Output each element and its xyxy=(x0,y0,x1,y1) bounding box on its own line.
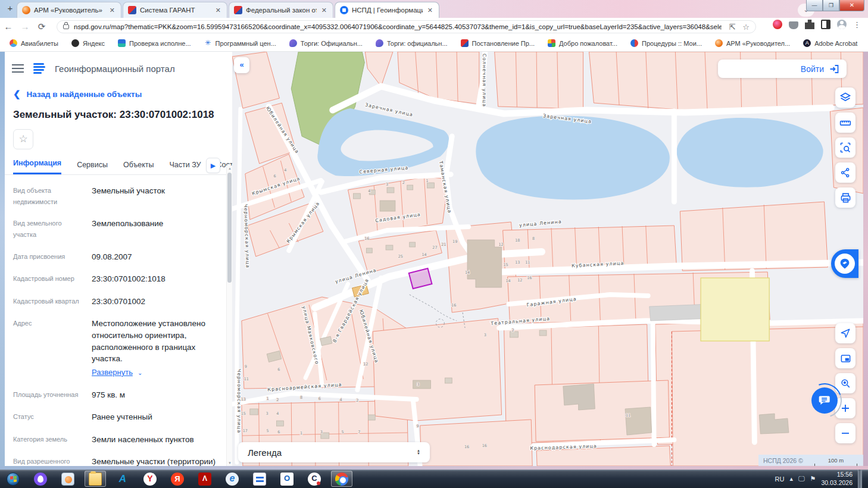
browser-tab-0[interactable]: АРМ «Руководитель»✕ xyxy=(17,2,121,18)
yandex-icon[interactable]: Я xyxy=(167,471,188,487)
bookmark-item-10[interactable]: AAdobe Acrobat xyxy=(803,39,857,47)
hamburger-menu-icon[interactable] xyxy=(12,64,24,73)
reload-icon[interactable]: ⟳ xyxy=(33,21,50,32)
tab-services[interactable]: Сервисы xyxy=(77,161,108,174)
padlock-icon[interactable] xyxy=(63,24,69,29)
explorer-icon[interactable] xyxy=(85,471,106,487)
measure-button[interactable] xyxy=(835,112,855,133)
panel-header: Геоинформационный портал xyxy=(5,52,232,76)
parcel-number: 5 xyxy=(266,428,268,433)
bookmark-item-4[interactable]: Торги: Официальн... xyxy=(289,39,363,47)
forward-icon[interactable]: → xyxy=(17,21,33,32)
tab-favicon xyxy=(234,6,242,14)
tray-chevron-icon[interactable]: ▴ xyxy=(789,475,793,483)
portal-logo xyxy=(32,61,46,76)
zoom-out-button[interactable] xyxy=(835,423,855,443)
tray-network-icon[interactable]: 🖵 xyxy=(798,475,805,483)
bookmark-item-6[interactable]: Постановление Пр... xyxy=(461,39,535,47)
panel-scrollbar[interactable]: ▲ ▼ xyxy=(226,165,232,466)
bookmark-star-icon[interactable]: ☆ xyxy=(742,23,750,32)
share-button[interactable] xyxy=(835,162,855,183)
parcel-number: 7 xyxy=(358,430,360,434)
bookmark-item-5[interactable]: Торги: официальн... xyxy=(376,39,448,47)
map-canvas[interactable]: Заречная улицаЗаречная улицаСолнечная ул… xyxy=(232,52,863,466)
browser-tab-1[interactable]: Система ГАРАНТ✕ xyxy=(123,2,227,18)
bookmark-item-8[interactable]: Процедуры :: Мои... xyxy=(630,39,702,47)
browser-tab-2[interactable]: Федеральный закон от 12 янва✕ xyxy=(229,2,333,18)
panel-tabs: ИнформацияСервисыОбъектыЧасти ЗУСостав▶ xyxy=(13,158,223,174)
bookmark-label: Торги: Официальн... xyxy=(301,40,363,47)
legend-collapse-icon[interactable]: ▲▼ xyxy=(417,449,420,455)
yandex-browser-icon[interactable]: Y xyxy=(139,471,161,487)
locate-button[interactable] xyxy=(835,323,855,343)
parcel-number: 9 xyxy=(417,424,419,428)
scale-label: 100 m xyxy=(814,457,857,464)
bookmark-item-1[interactable]: Яндекс xyxy=(71,39,105,47)
new-tab-button[interactable]: + xyxy=(2,1,18,15)
close-button[interactable]: ✕ xyxy=(839,0,864,11)
area-search-button[interactable] xyxy=(835,137,855,158)
yellow-parcel[interactable] xyxy=(701,278,769,341)
show-desktop-button[interactable] xyxy=(858,470,862,488)
tab-info[interactable]: Информация xyxy=(13,159,61,174)
outlook-icon[interactable]: O xyxy=(276,471,298,487)
parcel-number: 14 xyxy=(421,252,426,257)
login-button[interactable]: Войти xyxy=(718,60,847,78)
media-player-icon[interactable] xyxy=(57,471,79,487)
browser-tab-3[interactable]: НСПД | Геоинформационный п✕ xyxy=(335,2,439,18)
autocad-icon[interactable]: A xyxy=(112,471,133,487)
address-bar[interactable]: nspd.gov.ru/map?thematic=PKK&zoom=16.599… xyxy=(57,20,756,33)
tab-objects[interactable]: Объекты xyxy=(123,161,154,174)
extensions-puzzle-icon[interactable] xyxy=(805,20,814,29)
consultant-icon[interactable]: C xyxy=(304,471,325,487)
acrobat-icon[interactable]: Λ xyxy=(194,471,216,487)
start-button[interactable] xyxy=(2,471,24,487)
parcel-number: 4 xyxy=(368,189,370,193)
back-icon[interactable]: ← xyxy=(0,21,17,32)
chevron-down-icon: ⌄ xyxy=(138,369,142,378)
tab-close-icon[interactable]: ✕ xyxy=(320,7,328,14)
parcel-number: 9 xyxy=(245,364,247,369)
layers-button[interactable] xyxy=(835,87,855,108)
panel-collapse-button[interactable]: « xyxy=(234,57,249,73)
extension-icon-2[interactable] xyxy=(789,21,798,29)
bookmark-item-0[interactable]: Авиабилеты xyxy=(10,39,58,47)
extension-icon[interactable] xyxy=(773,20,782,29)
share-icon[interactable]: ⇱ xyxy=(729,23,735,32)
ie-icon[interactable]: e xyxy=(221,471,243,487)
bookmark-item-7[interactable]: Добро пожаловат... xyxy=(548,39,617,47)
back-to-results-link[interactable]: ❮ Назад в найденные объекты xyxy=(13,89,232,99)
scrollbar-thumb[interactable] xyxy=(227,173,232,283)
bookmark-item-3[interactable]: ✳Программный цен... xyxy=(204,39,276,47)
tab-parts[interactable]: Части ЗУ xyxy=(169,161,201,174)
legend-bar[interactable]: Легенда ▲▼ xyxy=(238,442,430,462)
parcel-number: 3 xyxy=(484,333,486,337)
tabs-scroll-arrow[interactable]: ▶ xyxy=(206,158,220,173)
chat-button[interactable] xyxy=(811,387,838,414)
chrome-icon[interactable] xyxy=(331,471,352,487)
parcel-number: 25 xyxy=(398,254,403,259)
menu-dots-icon[interactable]: ⋮ xyxy=(853,20,861,29)
legend-label: Легенда xyxy=(248,448,282,458)
bookmark-item-2[interactable]: Проверка исполне... xyxy=(118,39,191,47)
bookmark-label: Яндекс xyxy=(83,40,105,47)
tab-close-icon[interactable]: ✕ xyxy=(214,7,222,14)
favorite-star-button[interactable]: ☆ xyxy=(13,129,33,149)
print-button[interactable] xyxy=(835,187,855,208)
profile-avatar[interactable] xyxy=(837,20,847,29)
language-indicator[interactable]: RU xyxy=(775,476,785,483)
bookmark-item-9[interactable]: АРМ «Руководител... xyxy=(715,39,790,47)
gosuslugi-icon[interactable] xyxy=(249,471,270,487)
sidebar-icon[interactable] xyxy=(821,20,830,29)
alice-icon[interactable] xyxy=(30,471,51,487)
overview-map-button[interactable] xyxy=(835,348,855,368)
maximize-button[interactable]: ❐ xyxy=(823,0,839,11)
taskbar-clock[interactable]: 15:56 30.03.2026 xyxy=(821,471,853,486)
url-text[interactable]: nspd.gov.ru/map?thematic=PKK&zoom=16.599… xyxy=(74,23,722,30)
expand-link[interactable]: Развернуть⌄ xyxy=(92,367,142,378)
feedback-side-tab[interactable] xyxy=(831,249,858,278)
tray-flag-icon[interactable]: ⚑ xyxy=(810,475,816,483)
tab-close-icon[interactable]: ✕ xyxy=(108,7,116,14)
minimize-button[interactable]: — xyxy=(806,0,823,11)
tab-close-icon[interactable]: ✕ xyxy=(426,7,434,14)
